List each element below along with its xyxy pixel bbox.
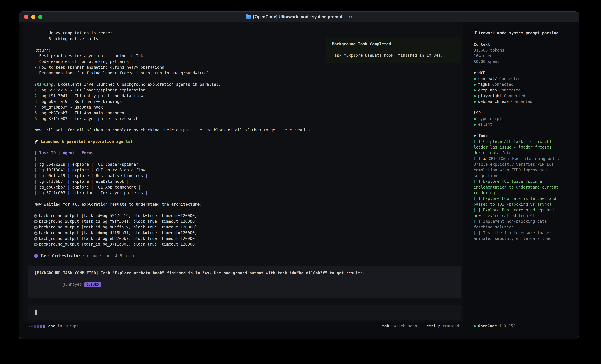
terminal-line: 4. bg_df18bb3f - useData hook bbox=[34, 105, 463, 110]
text-segment: context7 bbox=[478, 77, 497, 81]
text-segment: bg_37f1c003 bbox=[39, 191, 65, 195]
terminal-line bbox=[34, 133, 463, 139]
gear-icon bbox=[34, 238, 37, 240]
todo-item: [ ] Complete ALL tasks to fix CLI loader… bbox=[474, 139, 561, 156]
text-segment: 1. bbox=[34, 88, 39, 93]
todo-header[interactable]: ▼ Todo bbox=[474, 133, 579, 139]
terminal-line: background_output [task_id=bg_5547c219, … bbox=[34, 213, 463, 219]
text-segment: [task_id=bg_df18bb3f, block=true, timeou… bbox=[81, 230, 197, 235]
text-segment: 31,686 tokens bbox=[474, 48, 504, 53]
ctrlp-key-hint: ctrl+p bbox=[426, 324, 441, 328]
terminal-line: | bg_37f1c003 | librarian | Ink async pa… bbox=[34, 190, 463, 196]
terminal-line: | bg_eb87ebb7 | explore | TUI App compon… bbox=[34, 184, 463, 190]
task-message-text: [BACKGROUND TASK COMPLETED] Task "Explor… bbox=[35, 270, 456, 276]
text-segment: | bbox=[65, 179, 72, 184]
chevron-down-icon: ▼ bbox=[474, 71, 476, 75]
text-segment: playwright bbox=[478, 94, 502, 98]
text-segment: bg_37f1c003 - Ink async patterns researc… bbox=[39, 116, 138, 121]
context-section: Context 31,686 tokens16% used$0.00 spent bbox=[474, 42, 579, 65]
gear-icon bbox=[34, 220, 37, 223]
terminal-line: | bg_b0effa19 | explore | Rust native bi… bbox=[34, 173, 463, 179]
text-segment: [task_id=bg_37f1c003, block=true, timeou… bbox=[81, 242, 197, 247]
text-segment: bg_f9ff3041 bbox=[39, 168, 65, 172]
text-segment: | bbox=[34, 173, 39, 178]
toast-title: Background Task Completed bbox=[332, 41, 455, 47]
terminal-line: background_output [task_id=bg_eb87ebb7, … bbox=[34, 236, 463, 241]
text-segment: useData hook bbox=[96, 179, 124, 184]
todo-item: [ ] Explore TUI loader/spinner implement… bbox=[474, 179, 561, 196]
todo-section: ▼ Todo [ ] Complete ALL tasks to fix CLI… bbox=[474, 133, 579, 241]
text-segment: Thinking: bbox=[34, 82, 56, 87]
mcp-server-item: websearch_exa Connected bbox=[474, 99, 579, 105]
text-segment: - Recommendations for fixing loader free… bbox=[34, 71, 209, 75]
terminal-line: background_output [task_id=bg_f9ff3041, … bbox=[34, 219, 463, 224]
text-segment: 16% used bbox=[474, 54, 492, 58]
text-segment: Now waiting for all exploration results … bbox=[34, 202, 202, 207]
text-segment: Rust native bindings bbox=[96, 173, 143, 178]
context-stat: 16% used bbox=[474, 53, 579, 59]
text-segment: Connected bbox=[497, 88, 521, 93]
activity-ring-icon bbox=[349, 16, 352, 18]
terminal-line: 2. bg_f9ff3041 - CLI entry point and dat… bbox=[34, 93, 463, 99]
terminal-line: Thinking: Excellent! I've launched 6 bac… bbox=[34, 82, 463, 87]
text-segment: Excellent! I've launched 6 background ex… bbox=[56, 82, 221, 87]
text-segment: Now I'll wait for all of them to complet… bbox=[34, 128, 313, 133]
prompt-input[interactable] bbox=[28, 305, 461, 320]
todo-item: [ ] CRITICAL: Keep iterating until Oracl… bbox=[474, 156, 561, 179]
text-segment: CRITICAL: Keep iterating until Oracle ex… bbox=[474, 156, 562, 178]
text-segment: [ ] Complete ALL tasks to fix CLI loader… bbox=[474, 139, 554, 155]
text-segment: $0.00 spent bbox=[474, 59, 500, 64]
zoom-button[interactable] bbox=[38, 15, 42, 19]
terminal-panel[interactable]: - Heavy computation in render - Blocking… bbox=[23, 22, 463, 322]
mcp-server-item: playwright Connected bbox=[474, 93, 579, 99]
terminal-line bbox=[34, 122, 463, 127]
esc-key-label: interrupt bbox=[57, 324, 79, 328]
mcp-server-item: figma Connected bbox=[474, 82, 579, 87]
chevron-down-icon: ▼ bbox=[474, 134, 476, 138]
status-dot-icon bbox=[474, 89, 476, 92]
titlebar[interactable]: [OpenCode] Ultrawork mode system prompt … bbox=[19, 12, 579, 22]
terminal-line: background_output [task_id=bg_df18bb3f, … bbox=[34, 230, 463, 236]
app-window: [OpenCode] Ultrawork mode system prompt … bbox=[19, 11, 579, 339]
text-segment: | bbox=[89, 173, 96, 178]
mcp-header[interactable]: ▼ MCP bbox=[474, 70, 579, 76]
status-badge: QUEUED bbox=[84, 282, 101, 287]
main-area: - Heavy computation in render - Blocking… bbox=[19, 22, 579, 339]
terminal-line: 5. bg_eb87ebb7 - TUI App main component bbox=[34, 110, 463, 116]
text-segment: background_output bbox=[39, 230, 81, 235]
text-segment: 6. bbox=[34, 116, 39, 121]
terminal-line bbox=[34, 144, 463, 150]
warning-icon bbox=[483, 157, 486, 160]
status-dot-icon bbox=[474, 78, 476, 80]
text-segment: background_output bbox=[39, 225, 81, 230]
text-segment: 2. bbox=[34, 94, 39, 98]
text-segment: - Best practices for async data loading … bbox=[34, 54, 143, 58]
text-segment: [task_id=bg_b0effa19, block=true, timeou… bbox=[81, 225, 197, 230]
terminal-line: background_output [task_id=bg_37f1c003, … bbox=[34, 241, 463, 247]
text-segment: | bbox=[34, 168, 39, 172]
text-segment: | bbox=[65, 185, 72, 190]
gear-icon bbox=[34, 215, 37, 217]
terminal-line: | bg_df18bb3f | explore | useData hook | bbox=[34, 179, 463, 184]
text-segment: | bbox=[89, 162, 96, 167]
terminal-line: - Recommendations for fixing loader free… bbox=[34, 70, 463, 76]
mcp-header-label: MCP bbox=[478, 71, 485, 75]
mcp-server-item: context7 Connected bbox=[474, 76, 579, 82]
app-version: OpenCode1.0.152 bbox=[474, 322, 579, 330]
statusbar-right: tabswitch agentctrl+pcommands bbox=[382, 324, 461, 328]
todo-list: [ ] Complete ALL tasks to fix CLI loader… bbox=[474, 139, 579, 241]
terminal-line bbox=[34, 207, 463, 213]
tab-key-label: switch agent bbox=[391, 324, 419, 328]
todo-header-label: Todo bbox=[478, 134, 488, 138]
text-segment: | bbox=[136, 185, 140, 190]
progress-spinner-icon bbox=[29, 325, 45, 328]
terminal-line bbox=[34, 196, 463, 201]
gear-icon bbox=[34, 243, 37, 246]
text-segment: [ ] Test the fix to ensure loader animat… bbox=[474, 230, 554, 241]
status-dot-icon bbox=[474, 118, 476, 120]
close-button[interactable] bbox=[24, 15, 28, 19]
text-segment: | bbox=[65, 191, 72, 195]
text-segment: |---------|-------|-------| bbox=[34, 156, 98, 161]
minimize-button[interactable] bbox=[31, 15, 35, 19]
sidebar: Ultrawork mode system prompt parsing Con… bbox=[468, 22, 579, 330]
